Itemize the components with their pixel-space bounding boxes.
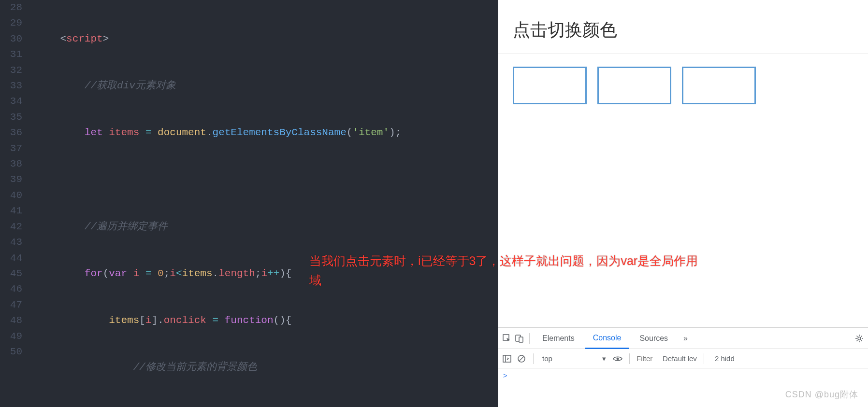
line-number: 47 bbox=[0, 297, 22, 313]
tabs-overflow-icon[interactable]: » bbox=[679, 334, 693, 343]
line-number: 29 bbox=[0, 15, 22, 31]
tab-sources[interactable]: Sources bbox=[632, 328, 676, 349]
line-number: 37 bbox=[0, 141, 22, 156]
hidden-messages-label[interactable]: 2 hidd bbox=[715, 354, 735, 363]
preview-header: 点击切换颜色 bbox=[498, 0, 868, 54]
chevron-down-icon: ▾ bbox=[602, 354, 606, 363]
divider bbox=[533, 353, 534, 364]
tab-elements[interactable]: Elements bbox=[535, 328, 582, 349]
line-number: 44 bbox=[0, 251, 22, 266]
clear-console-icon[interactable] bbox=[517, 354, 526, 364]
item-box-row bbox=[498, 54, 868, 117]
line-number: 38 bbox=[0, 156, 22, 172]
svg-line-7 bbox=[519, 356, 524, 361]
tab-console[interactable]: Console bbox=[585, 328, 629, 349]
line-number: 46 bbox=[0, 281, 22, 297]
line-number: 41 bbox=[0, 203, 22, 219]
line-number: 48 bbox=[0, 313, 22, 328]
console-toolbar: top▾ Default lev 2 hidd bbox=[498, 349, 868, 368]
console-sidebar-toggle-icon[interactable] bbox=[502, 354, 512, 364]
context-selector[interactable]: top▾ bbox=[540, 353, 608, 364]
page-title: 点击切换颜色 bbox=[513, 18, 854, 42]
line-number: 42 bbox=[0, 219, 22, 235]
divider bbox=[704, 353, 704, 364]
filter-input[interactable] bbox=[637, 354, 658, 363]
line-number: 40 bbox=[0, 188, 22, 203]
code-editor: 28 29 30 31 32 33 34 35 36 37 38 39 40 4… bbox=[0, 0, 868, 407]
log-level-selector[interactable]: Default lev bbox=[663, 354, 697, 363]
live-expression-icon[interactable] bbox=[613, 354, 622, 364]
item-box[interactable] bbox=[597, 67, 671, 104]
divider bbox=[629, 353, 630, 364]
console-prompt[interactable]: > bbox=[498, 368, 868, 407]
svg-rect-2 bbox=[519, 337, 523, 342]
line-number: 43 bbox=[0, 235, 22, 250]
line-number: 33 bbox=[0, 78, 22, 94]
line-number: 31 bbox=[0, 47, 22, 62]
line-number-gutter: 28 29 30 31 32 33 34 35 36 37 38 39 40 4… bbox=[0, 0, 27, 407]
item-box[interactable] bbox=[513, 67, 587, 104]
line-number: 34 bbox=[0, 94, 22, 109]
line-number: 50 bbox=[0, 344, 22, 360]
watermark-text: CSDN @bug附体 bbox=[785, 389, 858, 400]
divider bbox=[529, 333, 530, 344]
svg-rect-4 bbox=[503, 355, 511, 362]
browser-preview-panel: 点击切换颜色 Elements Console Sources » bbox=[498, 0, 868, 407]
devtools-tabbar: Elements Console Sources » bbox=[498, 328, 868, 349]
gear-icon[interactable] bbox=[854, 334, 864, 343]
svg-point-8 bbox=[617, 357, 619, 360]
line-number: 30 bbox=[0, 31, 22, 47]
line-number: 36 bbox=[0, 125, 22, 140]
line-number: 32 bbox=[0, 63, 22, 78]
line-number: 28 bbox=[0, 0, 22, 15]
item-box[interactable] bbox=[682, 67, 756, 104]
line-number: 35 bbox=[0, 110, 22, 125]
inspect-element-icon[interactable] bbox=[502, 334, 512, 343]
line-number: 39 bbox=[0, 172, 22, 187]
svg-point-3 bbox=[858, 337, 861, 340]
line-number: 45 bbox=[0, 266, 22, 281]
device-toggle-icon[interactable] bbox=[515, 334, 524, 343]
line-number: 49 bbox=[0, 329, 22, 344]
